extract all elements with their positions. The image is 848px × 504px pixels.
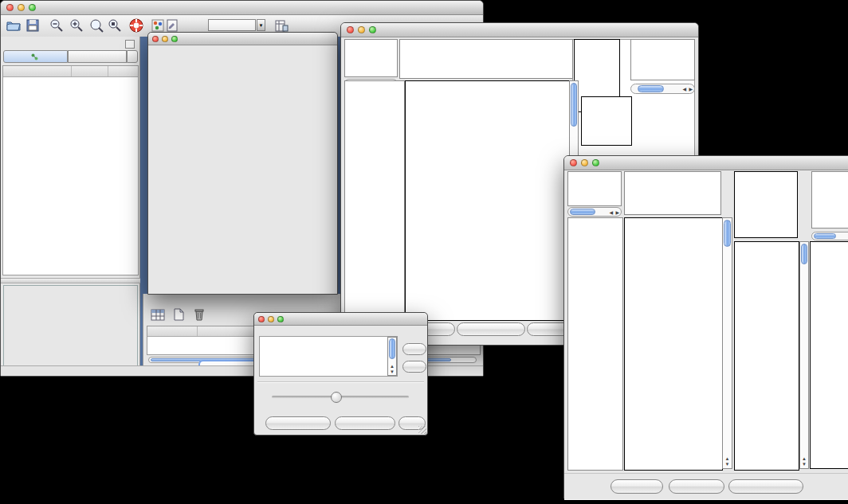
main-titlebar[interactable]	[1, 1, 483, 15]
tv2-zoom-vscrollbar[interactable]: ▲ ▼	[799, 241, 809, 469]
splitter-handle[interactable]	[1, 278, 140, 283]
scroll-up-icon[interactable]: ▲	[388, 364, 396, 369]
tv2-column-labels	[734, 171, 798, 238]
zoom-window-icon[interactable]	[171, 36, 178, 42]
tv1-row-dendrogram[interactable]	[344, 80, 405, 321]
move-down-button[interactable]	[402, 361, 426, 373]
close-icon[interactable]	[347, 26, 354, 33]
zoom-fit-icon[interactable]	[88, 18, 104, 33]
new-attribute-icon[interactable]	[171, 307, 186, 322]
slider-thumb[interactable]	[331, 392, 342, 403]
window-controls[interactable]	[6, 4, 36, 11]
minimize-icon[interactable]	[581, 159, 588, 166]
attribute-list[interactable]	[259, 336, 398, 377]
col-header-network[interactable]	[3, 66, 72, 76]
close-icon[interactable]	[6, 4, 14, 11]
tv1-zoom-hscrollbar[interactable]: ◀ ▶	[630, 84, 695, 94]
vizmapper-icon[interactable]	[150, 18, 166, 33]
delete-attribute-icon[interactable]	[191, 307, 207, 322]
tv1-heatmap[interactable]	[405, 80, 570, 321]
tv2-settings-button[interactable]	[610, 479, 663, 494]
save-icon[interactable]	[25, 18, 41, 33]
tv2-heatmap[interactable]	[624, 217, 723, 471]
tv1-view-status	[344, 39, 398, 77]
treeview1-titlebar[interactable]	[341, 23, 698, 37]
col-header-edges[interactable]	[108, 66, 138, 76]
tv2-export-graphics-button[interactable]	[728, 479, 803, 494]
scroll-up-icon[interactable]: ▲	[723, 456, 732, 461]
network-tab-icon	[31, 53, 38, 61]
open-folder-icon[interactable]	[6, 18, 22, 33]
attribute-batch-icon[interactable]	[273, 18, 289, 33]
animate-vizmap-button[interactable]	[265, 416, 331, 430]
scroll-right-icon[interactable]: ▶	[615, 208, 619, 216]
tv2-usage-hints	[811, 171, 848, 229]
tv1-zoom-labels	[635, 96, 691, 146]
scroll-left-icon[interactable]: ◀	[682, 84, 686, 93]
minimize-icon[interactable]	[358, 26, 365, 33]
tv1-column-dendrogram[interactable]	[399, 39, 573, 79]
scroll-down-icon[interactable]: ▼	[388, 369, 396, 374]
tv2-view-status	[567, 171, 622, 206]
tv2-status-hscrollbar[interactable]: ◀ ▶	[567, 207, 622, 217]
tv1-zoom-heatmap[interactable]	[581, 96, 632, 146]
resize-grip[interactable]	[418, 426, 426, 434]
treeview2-titlebar[interactable]	[564, 156, 848, 170]
minimize-icon[interactable]	[268, 316, 274, 322]
annotation-icon[interactable]	[164, 18, 180, 33]
minimize-icon[interactable]	[162, 36, 168, 42]
tv2-column-dendrogram-area	[624, 171, 721, 215]
tv2-save-data-button[interactable]	[669, 479, 724, 494]
scroll-down-icon[interactable]: ▼	[800, 462, 808, 467]
zoom-window-icon[interactable]	[29, 4, 36, 11]
tv2-row-dendrogram[interactable]	[567, 217, 623, 471]
scroll-up-icon[interactable]: ▲	[800, 456, 808, 461]
col-header-nodes[interactable]	[72, 66, 108, 76]
tab-network[interactable]	[3, 50, 68, 63]
map-colors-dialog: ▲ ▼	[253, 312, 428, 436]
treeview2-window: ◀ ▶ ▲ ▼ ▲ ▼	[563, 155, 848, 499]
tv1-usage-hints	[630, 39, 695, 80]
dialog-titlebar[interactable]	[254, 313, 427, 326]
network-view-titlebar[interactable]	[148, 33, 337, 45]
float-panel-icon[interactable]	[125, 40, 135, 49]
zoom-in-icon[interactable]	[69, 18, 84, 33]
close-icon[interactable]	[258, 316, 265, 322]
move-up-button[interactable]	[402, 343, 426, 355]
tab-overflow-icon[interactable]	[127, 50, 138, 63]
tv1-export-graphics-button[interactable]	[457, 322, 525, 336]
minimize-icon[interactable]	[18, 4, 25, 11]
desktop: ▼	[0, 0, 848, 504]
tv2-zoom-hscrollbar[interactable]	[811, 232, 848, 240]
zoom-window-icon[interactable]	[369, 26, 376, 33]
attribute-list-vscrollbar[interactable]: ▲ ▼	[387, 337, 397, 376]
zoom-window-icon[interactable]	[277, 316, 284, 322]
zoom-window-icon[interactable]	[592, 159, 599, 166]
zoom-selected-icon[interactable]	[107, 18, 123, 33]
scroll-right-icon[interactable]: ▶	[689, 84, 693, 93]
tv2-gene-labels	[810, 241, 848, 469]
tv2-vscrollbar[interactable]: ▲ ▼	[722, 217, 732, 469]
control-panel	[1, 37, 140, 365]
data-col-id[interactable]	[147, 326, 198, 336]
network-view-window	[147, 32, 338, 295]
tab-vizmapper[interactable]	[68, 50, 127, 63]
create-vizmap-button[interactable]	[335, 416, 395, 430]
close-icon[interactable]	[570, 159, 577, 166]
scroll-down-icon[interactable]: ▼	[723, 462, 732, 467]
network-view-canvas[interactable]	[148, 45, 336, 293]
help-lifesaver-icon[interactable]	[128, 18, 144, 33]
search-input[interactable]	[208, 19, 256, 31]
tv2-button-bar	[564, 473, 848, 499]
attribute-select-icon[interactable]	[150, 307, 166, 322]
tv2-zoom-heatmap[interactable]	[734, 241, 799, 471]
close-icon[interactable]	[152, 36, 159, 42]
zoom-out-icon[interactable]	[49, 18, 65, 33]
birdseye-view[interactable]	[3, 285, 138, 366]
search-dropdown-icon[interactable]: ▼	[257, 19, 265, 31]
scroll-left-icon[interactable]: ◀	[609, 208, 613, 216]
